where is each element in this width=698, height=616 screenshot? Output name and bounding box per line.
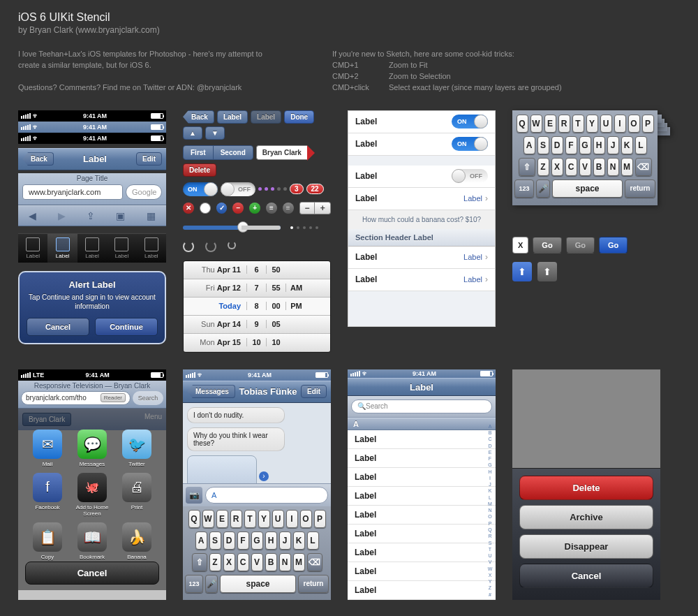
share-twitter[interactable]: 🐦Twitter	[119, 430, 154, 467]
go-button[interactable]: Go	[533, 237, 561, 254]
bookmarks-icon[interactable]: ▣	[116, 210, 125, 221]
key-k[interactable]: K	[621, 136, 633, 154]
segmented-control[interactable]: FirstSecond	[183, 145, 253, 160]
back-icon[interactable]: ◀	[29, 210, 36, 221]
num-key[interactable]: 123	[514, 179, 534, 198]
mic-key[interactable]: 🎤	[536, 179, 550, 198]
page-indicator[interactable]	[290, 226, 318, 229]
radio-icon[interactable]	[200, 203, 211, 214]
table-cell[interactable]: LabelON	[348, 133, 495, 156]
edit-button[interactable]: Edit	[301, 385, 327, 398]
keyboard[interactable]: QWERTYUIOP ASDFGHJKL ⇧ZXCVBNM⌫ 123 🎤 spa…	[512, 110, 658, 205]
key-z[interactable]: Z	[209, 553, 221, 571]
shift-icon[interactable]: ⬆	[512, 262, 532, 281]
down-button[interactable]: ▼	[205, 126, 225, 140]
key-l[interactable]: L	[635, 136, 647, 154]
share-facebook[interactable]: fFacebook	[30, 473, 65, 517]
search-field[interactable]: Search	[133, 391, 163, 405]
tab-item[interactable]: Label	[77, 234, 107, 263]
space-key[interactable]: space	[552, 179, 623, 198]
share-print[interactable]: 🖨Print	[119, 473, 154, 517]
key-e[interactable]: E	[544, 115, 556, 133]
go-button-primary[interactable]: Go	[599, 237, 628, 254]
key-n[interactable]: N	[279, 553, 291, 571]
key-x[interactable]: X	[223, 553, 235, 571]
list-item[interactable]: Label	[348, 581, 496, 600]
key-v[interactable]: V	[579, 158, 591, 176]
num-key[interactable]: 123	[185, 575, 203, 593]
key-g[interactable]: G	[251, 531, 263, 550]
reader-button[interactable]: Reader	[101, 393, 126, 402]
switch-on[interactable]: ON	[452, 115, 488, 129]
key-p[interactable]: P	[642, 115, 654, 133]
key-j[interactable]: J	[607, 136, 619, 154]
tabs-icon[interactable]: ▦	[147, 210, 156, 221]
key-j[interactable]: J	[279, 531, 291, 550]
tab-item-selected[interactable]: Label	[47, 234, 77, 263]
disappear-button[interactable]: Disappear	[519, 534, 653, 559]
shift-key[interactable]: ⇧	[192, 553, 207, 571]
message-bubble-incoming[interactable]: Why do you think I wear these?	[187, 427, 285, 451]
key-l[interactable]: L	[307, 531, 319, 550]
key-s[interactable]: S	[209, 531, 221, 550]
key-f[interactable]: F	[237, 531, 249, 550]
list-item[interactable]: Label	[348, 449, 496, 468]
minus-icon[interactable]: −	[232, 203, 244, 214]
key-u[interactable]: U	[600, 115, 612, 133]
key-q[interactable]: Q	[517, 115, 528, 133]
table-cell[interactable]: LabelON	[348, 111, 495, 133]
key-z[interactable]: Z	[537, 158, 549, 176]
tab-item[interactable]: Label	[137, 234, 166, 263]
alert-continue-button[interactable]: Continue	[95, 318, 158, 336]
alert-cancel-button[interactable]: Cancel	[27, 318, 89, 336]
backspace-key[interactable]: ⌫	[307, 553, 322, 571]
back-button[interactable]: Back	[183, 110, 214, 124]
menu-icon[interactable]: ≡	[283, 203, 294, 214]
key-d[interactable]: D	[223, 531, 235, 550]
camera-icon[interactable]: 📷	[186, 487, 202, 504]
key-p[interactable]: P	[314, 510, 326, 528]
forward-icon[interactable]: ▶	[58, 210, 66, 221]
key-d[interactable]: D	[551, 136, 563, 154]
key-c[interactable]: C	[565, 158, 577, 176]
key-b[interactable]: B	[265, 553, 277, 571]
key-n[interactable]: N	[607, 158, 619, 176]
return-key[interactable]: return	[298, 575, 329, 593]
cancel-button[interactable]: Cancel	[25, 562, 159, 585]
url-field[interactable]: bryanjclark.com/thoReader	[21, 391, 131, 405]
key-w[interactable]: W	[530, 115, 542, 133]
image-bubble[interactable]: ›	[187, 455, 257, 483]
key-c[interactable]: C	[237, 553, 249, 571]
switch-on[interactable]: ON	[183, 182, 218, 196]
table-cell[interactable]: LabelOFF	[348, 166, 495, 188]
edit-button[interactable]: Edit	[136, 152, 162, 166]
key-u[interactable]: U	[272, 510, 284, 528]
share-banana[interactable]: 🍌Banana Stand	[119, 522, 154, 566]
return-key[interactable]: return	[625, 179, 655, 198]
list-item[interactable]: Label	[348, 525, 496, 543]
table-cell[interactable]: LabelLabel›	[348, 247, 495, 269]
key-m[interactable]: M	[621, 158, 633, 176]
list-item[interactable]: Label	[348, 468, 496, 487]
key-i[interactable]: I	[614, 115, 626, 133]
key-e[interactable]: E	[216, 510, 228, 528]
message-bubble-incoming[interactable]: I don't do nudity.	[187, 407, 285, 423]
switch-on[interactable]: ON	[452, 137, 488, 151]
delete-button[interactable]: Delete	[183, 163, 216, 177]
key-a[interactable]: A	[524, 136, 535, 154]
key-q[interactable]: Q	[188, 510, 200, 528]
key-y[interactable]: Y	[586, 115, 598, 133]
key-b[interactable]: B	[593, 158, 605, 176]
key-o[interactable]: O	[628, 115, 640, 133]
key-r[interactable]: R	[558, 115, 570, 133]
shift-key[interactable]: ⇧	[519, 158, 535, 176]
key-t[interactable]: T	[572, 115, 584, 133]
date-picker[interactable]: Thu Apr 11650 Fri Apr 12755AM Today800PM…	[183, 261, 331, 353]
list-icon[interactable]: ≡	[266, 203, 277, 214]
share-bookmark[interactable]: 📖Bookmark	[75, 522, 110, 566]
plus-icon[interactable]: +	[249, 203, 260, 214]
mic-key[interactable]: 🎤	[205, 575, 218, 593]
list-item[interactable]: Label	[348, 543, 496, 562]
key-m[interactable]: M	[293, 553, 305, 571]
search-field[interactable]: Google	[126, 184, 162, 200]
